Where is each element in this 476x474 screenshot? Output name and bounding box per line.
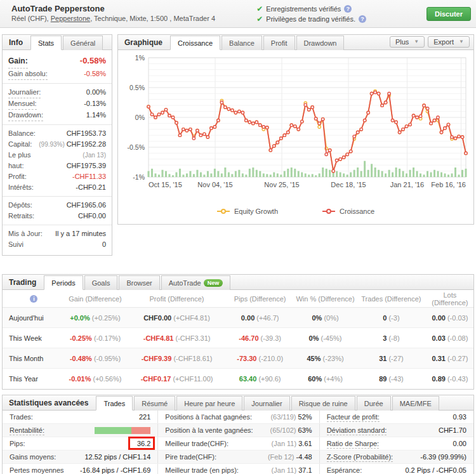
cell-diff-value: (-23%) <box>323 355 344 362</box>
cell-diff-value: (+90.6) <box>258 375 281 383</box>
stat-label: Meilleur trade(CHF): <box>165 437 228 450</box>
divider <box>3 83 112 84</box>
info-row: Suivi0 <box>3 239 112 250</box>
info-row: Journalier:0.00% <box>3 87 112 98</box>
table-row: Aujourd'hui+0.0% (+0.25%)CHF0.00 (+CHF4.… <box>3 308 473 328</box>
stat-label: Gains moyens: <box>10 451 56 463</box>
cell-diff-value: (+46.7) <box>256 314 279 322</box>
info-row-value: Il y a 17 minutes <box>55 228 106 239</box>
info-icon[interactable]: ? <box>344 5 352 13</box>
tab-stats-heure-par-heure[interactable]: Heure par heure <box>176 396 242 411</box>
tab-stats-dur-e[interactable]: Durée <box>357 396 391 411</box>
discuss-button[interactable]: Discuter <box>426 7 471 21</box>
stat-label: Facteur de profit: <box>327 412 380 422</box>
tab-stats-journalier[interactable]: Journalier <box>244 396 289 411</box>
stat-label: Pertes moyennes <box>10 464 64 474</box>
svg-text:Dec 18, '15: Dec 18, '15 <box>331 181 366 188</box>
stat-label: Position à la vente gagnées: <box>165 424 253 437</box>
profitability-bar <box>95 427 150 434</box>
tab-trading-periods[interactable]: Periods <box>44 275 83 290</box>
tab-stats-r-sum-[interactable]: Résumé <box>134 396 175 411</box>
column-header: Trades (Difference) <box>356 295 426 303</box>
info-icon[interactable]: i <box>30 295 37 303</box>
info-row: Profit:-CHF11.33 <box>3 171 112 182</box>
period-label: Aujourd'hui <box>3 314 62 322</box>
stat-cell: Gains moyens:12.52 pips / CHF1.14 <box>3 451 158 463</box>
info-row: Mensuel:-0.13% <box>3 98 112 110</box>
tab-chart-profit[interactable]: Profit <box>263 36 295 50</box>
info-row-label: Suivi <box>8 239 23 250</box>
cell-main-value: 60% <box>308 375 322 383</box>
tab-stats-trades[interactable]: Trades <box>96 396 133 411</box>
tab-chart-balance[interactable]: Balance <box>221 36 262 50</box>
export-dropdown[interactable]: Export▼ <box>428 36 470 48</box>
plus-dropdown[interactable]: Plus▼ <box>390 36 425 48</box>
table-cell: 0.00 (-0.03) <box>426 314 473 322</box>
stats-section-title: Statistiques avancées <box>3 398 96 410</box>
table-cell: -0.48% (-0.95%) <box>62 355 128 362</box>
verify-records-label: Enregistrements vérifiés <box>266 4 341 14</box>
cell-diff-value: (-3) <box>388 314 399 322</box>
cell-diff-value: (-0.03) <box>447 314 468 322</box>
cell-main-value: 0% <box>309 334 319 342</box>
tab-label: Journalier <box>251 397 282 411</box>
legend-item-croissance[interactable]: Croissance <box>322 207 374 215</box>
info-row-value: CHF1953.73 <box>67 128 106 139</box>
tab-label: Trades <box>103 397 125 411</box>
tab-label: Croissance <box>178 36 213 50</box>
cell-main-value: -CHF9.39 <box>142 355 172 362</box>
svg-text:Oct 15, '15: Oct 15, '15 <box>149 181 182 188</box>
tab-info-g-n-ral[interactable]: Général <box>63 36 103 50</box>
legend-item-equity-growth[interactable]: Equity Growth <box>217 207 278 215</box>
account-title: AutoTrade Pepperstone <box>11 4 256 14</box>
info-icon[interactable]: ? <box>359 15 366 23</box>
table-cell: -46.70 (-39.3) <box>225 334 294 342</box>
tab-chart-drawdown[interactable]: Drawdown <box>296 36 345 50</box>
cell-diff-value: (+CHF11.00) <box>173 375 213 383</box>
table-cell: +0.0% (+0.25%) <box>62 314 128 322</box>
table-row: This Year-0.01% (+0.56%)-CHF0.17 (+CHF11… <box>3 369 473 389</box>
table-cell: 45% (-23%) <box>294 355 356 362</box>
tab-trading-autotrade[interactable]: AutoTradeNew <box>161 275 230 290</box>
stat-cell: Ratio de Sharpe:0.00 <box>320 437 473 450</box>
table-cell: 0% (-45%) <box>294 334 356 342</box>
tab-stats-mae-mfe[interactable]: MAE/MFE <box>392 396 439 411</box>
info-row-label: Balance: <box>8 128 36 139</box>
stat-value: (63/119) 52% <box>270 411 312 423</box>
tab-chart-croissance[interactable]: Croissance <box>170 36 220 50</box>
svg-text:0%: 0% <box>135 114 145 121</box>
stat-cell: Meilleur trade(CHF):(Jan 11) 3.61 <box>158 437 319 450</box>
table-cell: -0.01% (+0.56%) <box>62 375 128 383</box>
stat-label: Positions à l'achat gagnées: <box>165 411 252 423</box>
cell-main-value: -0.48% <box>70 355 92 362</box>
stat-cell: Meilleur trade (en pips):(Jan 11) 37.1 <box>158 464 319 474</box>
tab-trading-browser[interactable]: Browser <box>119 275 159 290</box>
subtitle-pre: Réel (CHF), <box>11 15 51 22</box>
tab-info-stats[interactable]: Stats <box>30 36 62 50</box>
cell-diff-value: (+CHF4.81) <box>173 314 210 322</box>
chevron-down-icon: ▼ <box>414 39 419 44</box>
info-row: Gain absolu:-0.58% <box>3 69 112 80</box>
tab-label: Profit <box>271 36 288 50</box>
info-row-value: -CHF11.33 <box>72 171 106 182</box>
cell-diff-value: (-0.43) <box>447 375 468 383</box>
stat-cell: Espérance:0.2 Pips / -CHF0.05 <box>320 464 473 474</box>
period-label: This Week <box>3 334 62 342</box>
tab-trading-goals[interactable]: Goals <box>84 275 118 290</box>
table-cell: 0.03 (-0.08) <box>426 334 473 342</box>
tab-stats-risque-de-ruine[interactable]: Risque de ruine <box>291 396 355 411</box>
cell-main-value: 0 <box>383 314 387 322</box>
stat-value: 0.00 <box>453 437 466 450</box>
growth-chart[interactable]: 1%0.5%0%-0.5%-1%Oct 15, '15Nov 04, '15No… <box>119 54 472 202</box>
legend-label: Croissance <box>340 207 374 215</box>
info-row-value: CHF0.00 <box>78 211 106 221</box>
info-row: Gain:-0.58% <box>3 54 112 69</box>
broker-link[interactable]: Pepperstone <box>51 15 90 22</box>
info-row-label: Mensuel: <box>8 98 37 110</box>
chart-legend: Equity GrowthCroissance <box>119 202 472 221</box>
cell-diff-value: (-27) <box>388 355 403 362</box>
tab-label: Balance <box>229 36 255 50</box>
value-prefix: (Jan 11) <box>272 466 299 474</box>
stat-row: Pips:36.2Meilleur trade(CHF):(Jan 11) 3.… <box>3 437 473 451</box>
value-prefix: (65/102) <box>270 426 298 434</box>
